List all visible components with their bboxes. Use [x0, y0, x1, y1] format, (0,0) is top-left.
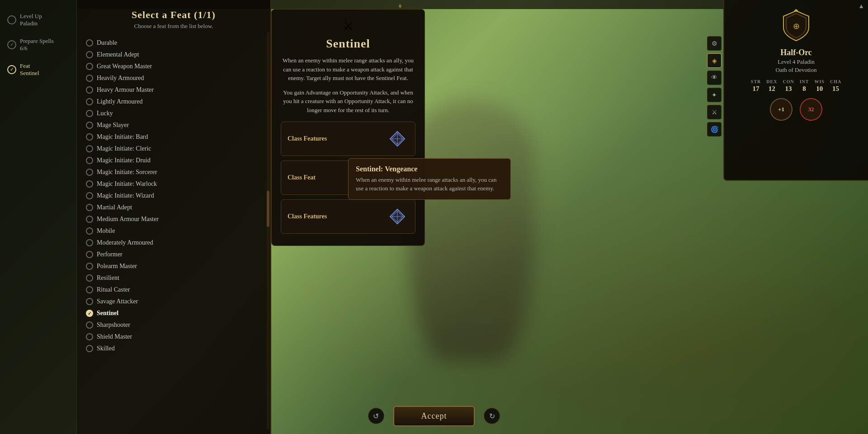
feat-radio-24 [86, 321, 93, 329]
feat-item-mage-slayer[interactable]: Mage Slayer [84, 119, 263, 131]
feat-radio-22 [86, 298, 93, 305]
feat-item-magic-initiate:-druid[interactable]: Magic Initiate: Druid [84, 155, 263, 166]
feat-item-medium-armour-master[interactable]: Medium Armour Master [84, 213, 263, 225]
feat-item-mobile[interactable]: Mobile [84, 225, 263, 237]
feat-label-0: Durable [97, 39, 117, 47]
feat-item-magic-initiate:-cleric[interactable]: Magic Initiate: Cleric [84, 143, 263, 155]
stat-wis-label: WIS [814, 79, 824, 84]
feat-item-performer[interactable]: Performer [84, 249, 263, 260]
feat-radio-23 [86, 310, 93, 317]
side-icon-3[interactable]: 👁 [707, 71, 722, 85]
feat-radio-4 [86, 86, 93, 94]
character-class: Level 4 Paladin [731, 58, 861, 66]
feat-description-1: When an enemy within melee range attacks… [281, 56, 415, 83]
feat-description-2: You gain Advantage on Opportunity Attack… [281, 88, 415, 115]
feat-item-ritual-caster[interactable]: Ritual Caster [84, 284, 263, 296]
stat-dex-value: 12 [769, 85, 775, 93]
feat-radio-17 [86, 239, 93, 246]
feat-radio-5 [86, 98, 93, 105]
stat-cha: CHA 15 [830, 79, 841, 93]
feat-radio-13 [86, 192, 93, 199]
feat-label-10: Magic Initiate: Druid [97, 157, 151, 164]
feat-radio-21 [86, 286, 93, 293]
feat-item-heavily-armoured[interactable]: Heavily Armoured [84, 72, 263, 84]
feat-item-heavy-armour-master[interactable]: Heavy Armour Master [84, 84, 263, 96]
scrollbar-thumb [267, 191, 269, 227]
feat-label-21: Ritual Caster [97, 286, 130, 293]
feat-radio-10 [86, 157, 93, 164]
undo-button[interactable]: ↺ [368, 408, 384, 424]
feat-label-1: Elemental Adept [97, 51, 139, 58]
check-circle-feat: ✓ [7, 65, 16, 74]
feat-item-lightly-armoured[interactable]: Lightly Armoured [84, 96, 263, 108]
redo-button[interactable]: ↻ [484, 408, 500, 424]
feat-label-2: Great Weapon Master [97, 63, 152, 70]
class-feature-label-1: Class Features [288, 135, 381, 142]
sidebar-label-feat-2: Sentinel [20, 70, 39, 77]
feat-radio-3 [86, 75, 93, 82]
feat-item-great-weapon-master[interactable]: Great Weapon Master [84, 61, 263, 72]
feat-item-magic-initiate:-wizard[interactable]: Magic Initiate: Wizard [84, 190, 263, 202]
sidebar-item-level-up[interactable]: Level Up Paladin [5, 9, 72, 30]
proficiency-button[interactable]: +1 [770, 98, 793, 121]
feat-item-savage-attacker[interactable]: Savage Attacker [84, 296, 263, 307]
sidebar-label-feat-1: Feat [20, 62, 39, 70]
sidebar-label-level-up-1: Level Up [20, 13, 42, 20]
feat-item-shield-master[interactable]: Shield Master [84, 331, 263, 343]
feat-item-sharpshooter[interactable]: Sharpshooter [84, 319, 263, 331]
scrollbar[interactable] [267, 32, 269, 429]
feat-item-skilled[interactable]: Skilled [84, 343, 263, 354]
stat-str-label: STR [751, 79, 761, 84]
collapse-btn[interactable]: ▲ [858, 2, 864, 10]
stat-cha-value: 15 [832, 85, 839, 93]
side-icon-2[interactable]: ◈ [707, 53, 722, 68]
sidebar-label-spells-2: 6/6 [20, 45, 54, 52]
feat-label-18: Performer [97, 251, 123, 258]
feat-label-25: Shield Master [97, 333, 132, 340]
feat-list-panel: Select a Feat (1/1) Choose a feat from t… [77, 0, 271, 434]
character-name: Half-Orc [731, 48, 861, 57]
feat-label-13: Magic Initiate: Wizard [97, 192, 154, 199]
feat-icon: ⚔ [281, 19, 415, 33]
feat-item-polearm-master[interactable]: Polearm Master [84, 260, 263, 272]
feat-detail-title: Sentinel [281, 37, 415, 51]
stat-wis-value: 10 [816, 85, 823, 93]
feat-item-lucky[interactable]: Lucky [84, 108, 263, 119]
feat-radio-15 [86, 216, 93, 223]
feat-item-elemental-adept[interactable]: Elemental Adept [84, 49, 263, 61]
side-icons: ⚙ ◈ 👁 ✦ ⚔ 🌀 [707, 36, 723, 137]
feat-item-magic-initiate:-sorcerer[interactable]: Magic Initiate: Sorcerer [84, 166, 263, 178]
sidebar-label-spells-1: Prepare Spells [20, 38, 54, 45]
side-icon-1[interactable]: ⚙ [707, 36, 722, 51]
character-badge: ⊕ [778, 7, 814, 43]
feat-item-sentinel[interactable]: Sentinel [84, 307, 263, 319]
class-feature-label-3: Class Features [288, 213, 381, 220]
side-icon-5[interactable]: ⚔ [707, 105, 722, 119]
class-feature-card-3[interactable]: Class Features [281, 199, 415, 234]
feat-label-12: Magic Initiate: Warlock [97, 180, 157, 188]
sidebar-item-prepare-spells[interactable]: ✓ Prepare Spells 6/6 [5, 34, 72, 55]
feat-label-5: Lightly Armoured [97, 98, 143, 105]
class-feature-card-1[interactable]: Class Features [281, 122, 415, 156]
hp-button[interactable]: 32 [800, 98, 822, 121]
panel-title: Select a Feat (1/1) [84, 9, 263, 21]
stat-int: INT 8 [800, 79, 809, 93]
sidebar-item-feat[interactable]: ✓ Feat Sentinel [5, 59, 72, 80]
feat-item-magic-initiate:-warlock[interactable]: Magic Initiate: Warlock [84, 178, 263, 190]
side-icon-6[interactable]: 🌀 [707, 122, 722, 137]
feat-item-martial-adept[interactable]: Martial Adept [84, 202, 263, 213]
stat-dex-label: DEX [766, 79, 777, 84]
accept-button[interactable]: Accept [393, 406, 475, 426]
side-icon-4[interactable]: ✦ [707, 88, 722, 102]
feat-item-moderately-armoured[interactable]: Moderately Armoured [84, 237, 263, 249]
class-feature-icon-1 [386, 127, 409, 150]
feat-item-resilient[interactable]: Resilient [84, 272, 263, 284]
feat-item-durable[interactable]: Durable [84, 37, 263, 49]
detail-panel: ⚔ Sentinel When an enemy within melee ra… [271, 9, 425, 246]
stat-dex: DEX 12 [766, 79, 777, 93]
feat-radio-0 [86, 39, 93, 47]
sidebar-label-level-up-2: Paladin [20, 20, 42, 27]
tooltip-popup: Sentinel: Vengeance When an enemy within… [348, 158, 511, 200]
feat-item-magic-initiate:-bard[interactable]: Magic Initiate: Bard [84, 131, 263, 143]
feat-label-15: Medium Armour Master [97, 216, 159, 223]
